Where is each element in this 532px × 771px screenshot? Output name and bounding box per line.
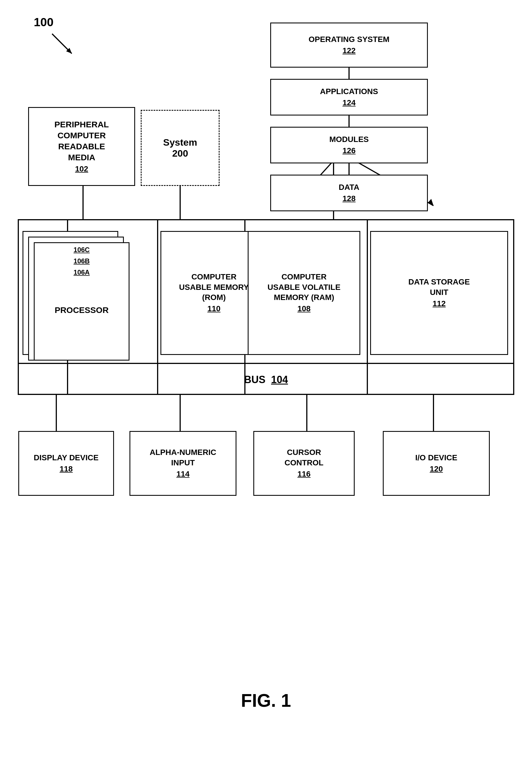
- io-box: I/O DEVICE 120: [383, 431, 490, 496]
- modules-box: MODULES 126: [270, 127, 428, 163]
- svg-marker-1: [66, 48, 72, 53]
- peripheral-box: PERIPHERALCOMPUTERREADABLEMEDIA 102: [28, 107, 135, 186]
- figure-label: FIG. 1: [0, 690, 532, 711]
- system200-box: System200: [141, 110, 220, 186]
- processor-ref-106b: 106B: [73, 257, 90, 265]
- alpha-box: ALPHA-NUMERICINPUT 114: [129, 431, 236, 496]
- display-box: DISPLAY DEVICE 118: [18, 431, 114, 496]
- system-label: 100: [34, 15, 53, 29]
- svg-marker-5: [428, 199, 433, 206]
- data-box: DATA 128: [270, 175, 428, 211]
- bus-label: BUS 104: [18, 365, 514, 394]
- data-storage-box: DATA STORAGEUNIT 112: [370, 231, 508, 355]
- cursor-box: CURSORCONTROL 116: [253, 431, 355, 496]
- processor-ref-106c: 106C: [73, 245, 90, 254]
- applications-box: APPLICATIONS 124: [270, 79, 428, 115]
- svg-line-0: [52, 34, 72, 53]
- operating-system-box: OPERATING SYSTEM 122: [270, 23, 428, 68]
- ram-box: COMPUTERUSABLE VOLATILEMEMORY (RAM) 108: [248, 231, 360, 355]
- diagram: 100: [0, 0, 532, 771]
- processor-ref-106a: 106A: [73, 268, 90, 277]
- processor-box-106a: 106C 106B 106A PROCESSOR: [34, 242, 129, 361]
